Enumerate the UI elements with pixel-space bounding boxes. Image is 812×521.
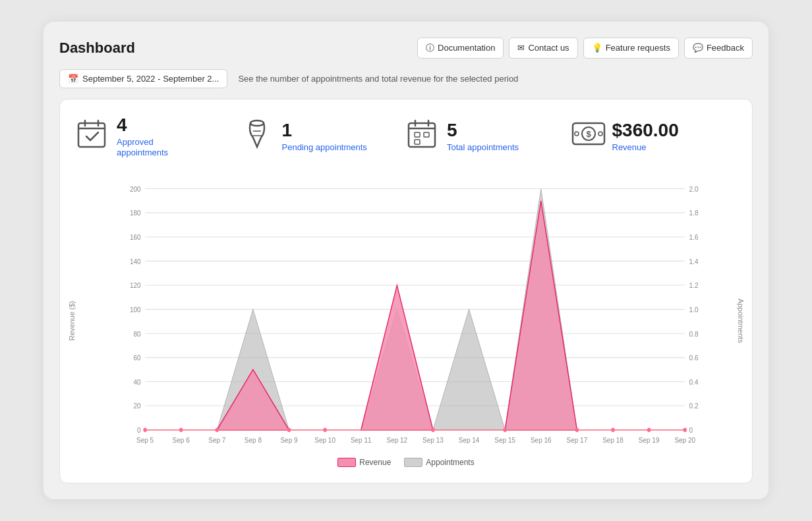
feature-requests-button[interactable]: 💡 Feature requests: [583, 38, 679, 59]
chart-legend: Revenue Appointments: [112, 458, 700, 467]
svg-point-84: [575, 428, 579, 432]
svg-text:Sep 11: Sep 11: [351, 436, 372, 445]
svg-text:0: 0: [137, 425, 141, 434]
svg-point-85: [611, 428, 614, 432]
svg-text:140: 140: [130, 257, 141, 265]
svg-text:Sep 19: Sep 19: [639, 436, 660, 445]
svg-point-87: [683, 428, 687, 432]
svg-text:Sep 13: Sep 13: [422, 436, 444, 445]
svg-rect-12: [424, 132, 429, 137]
svg-text:1.8: 1.8: [689, 209, 699, 217]
svg-point-4: [250, 121, 264, 126]
y-right-axis-label: Appointments: [736, 299, 744, 343]
svg-text:120: 120: [130, 281, 141, 290]
svg-point-81: [323, 428, 326, 432]
chart-wrapper: Revenue ($) Appointments .grid-line { st…: [76, 175, 736, 467]
stat-pending: 1 Pending appointments: [241, 115, 407, 159]
svg-text:Sep 12: Sep 12: [386, 436, 407, 445]
stat-revenue: $ $360.00 Revenue: [571, 115, 737, 159]
svg-point-77: [143, 428, 146, 432]
svg-text:1.6: 1.6: [689, 233, 699, 242]
svg-point-80: [287, 428, 291, 432]
legend-revenue: Revenue: [337, 458, 391, 467]
svg-text:60: 60: [134, 354, 141, 362]
svg-point-79: [216, 428, 219, 432]
approved-label: Approvedappointments: [117, 137, 168, 159]
subheader: 📅 September 5, 2022 - September 2... See…: [59, 69, 753, 88]
total-label: Total appointments: [447, 142, 519, 153]
lightbulb-icon: 💡: [592, 43, 602, 53]
page-title: Dashboard: [59, 40, 135, 57]
revenue-amount: $360.00: [612, 121, 679, 141]
header: Dashboard ⓘ Documentation ✉ Contact us 💡…: [59, 38, 753, 59]
stat-approved-text: 4 Approvedappointments: [117, 115, 168, 159]
legend-appointments: Appointments: [404, 458, 474, 467]
svg-text:1.0: 1.0: [689, 305, 699, 314]
mail-icon: ✉: [517, 43, 525, 53]
svg-point-82: [431, 428, 434, 432]
svg-text:Sep 16: Sep 16: [531, 436, 552, 445]
svg-point-86: [647, 428, 651, 432]
svg-marker-75: [505, 201, 577, 430]
svg-text:0.8: 0.8: [689, 329, 699, 338]
main-content-card: 4 Approvedappointments 1 Pending appoi: [59, 99, 753, 484]
date-range-picker[interactable]: 📅 September 5, 2022 - September 2...: [59, 69, 227, 88]
svg-text:0.4: 0.4: [689, 377, 699, 386]
svg-rect-13: [415, 140, 420, 144]
total-count: 5: [447, 121, 519, 141]
svg-rect-11: [415, 132, 420, 137]
chart-area: .grid-line { stroke: #e0e0e0; stroke-wid…: [112, 175, 700, 451]
info-icon: ⓘ: [426, 42, 434, 54]
stats-row: 4 Approvedappointments 1 Pending appoi: [76, 115, 736, 159]
svg-text:Sep 15: Sep 15: [494, 436, 515, 445]
svg-rect-0: [78, 123, 105, 147]
stat-pending-text: 1 Pending appointments: [282, 121, 367, 153]
pending-label: Pending appointments: [282, 142, 367, 153]
svg-text:20: 20: [134, 402, 141, 410]
chat-icon: 💬: [693, 43, 703, 53]
svg-text:Sep 9: Sep 9: [280, 436, 297, 445]
svg-text:1.4: 1.4: [689, 257, 699, 265]
documentation-button[interactable]: ⓘ Documentation: [417, 38, 504, 59]
svg-text:100: 100: [130, 305, 141, 314]
svg-text:Sep 17: Sep 17: [567, 436, 588, 445]
svg-text:160: 160: [130, 233, 141, 242]
svg-marker-71: [433, 310, 505, 430]
stat-total: 5 Total appointments: [406, 115, 571, 159]
stat-revenue-text: $360.00 Revenue: [612, 121, 679, 153]
pending-count: 1: [282, 121, 367, 141]
svg-text:Sep 20: Sep 20: [674, 436, 695, 445]
legend-revenue-color: [337, 458, 356, 467]
y-left-axis-label: Revenue ($): [68, 301, 76, 341]
svg-text:0.2: 0.2: [689, 402, 699, 410]
svg-text:0.6: 0.6: [689, 354, 699, 362]
calendar-icon: 📅: [68, 74, 78, 84]
svg-text:Sep 8: Sep 8: [245, 436, 262, 445]
stat-total-text: 5 Total appointments: [447, 121, 519, 153]
approved-count: 4: [117, 115, 168, 136]
chart-svg: .grid-line { stroke: #e0e0e0; stroke-wid…: [112, 175, 700, 451]
revenue-icon: $: [571, 122, 603, 151]
svg-text:2.0: 2.0: [689, 184, 699, 193]
svg-text:0: 0: [689, 425, 693, 434]
svg-rect-7: [409, 123, 435, 147]
svg-text:Sep 7: Sep 7: [208, 436, 225, 445]
total-icon: [406, 118, 438, 155]
revenue-label: Revenue: [612, 142, 679, 153]
svg-text:Sep 5: Sep 5: [136, 436, 154, 445]
header-buttons: ⓘ Documentation ✉ Contact us 💡 Feature r…: [417, 38, 753, 59]
svg-point-17: [575, 132, 579, 136]
contact-us-button[interactable]: ✉ Contact us: [509, 38, 577, 59]
svg-point-18: [598, 132, 602, 136]
pending-icon: [241, 118, 273, 155]
svg-text:$: $: [586, 129, 591, 139]
svg-point-83: [503, 428, 506, 432]
svg-text:Sep 14: Sep 14: [459, 436, 480, 445]
svg-text:40: 40: [134, 377, 141, 386]
legend-appointments-color: [404, 458, 422, 467]
svg-text:180: 180: [130, 209, 141, 217]
svg-text:Sep 10: Sep 10: [314, 436, 335, 445]
period-description: See the number of appointments and total…: [238, 74, 518, 84]
dashboard-card: Dashboard ⓘ Documentation ✉ Contact us 💡…: [44, 22, 768, 500]
feedback-button[interactable]: 💬 Feedback: [684, 38, 753, 59]
